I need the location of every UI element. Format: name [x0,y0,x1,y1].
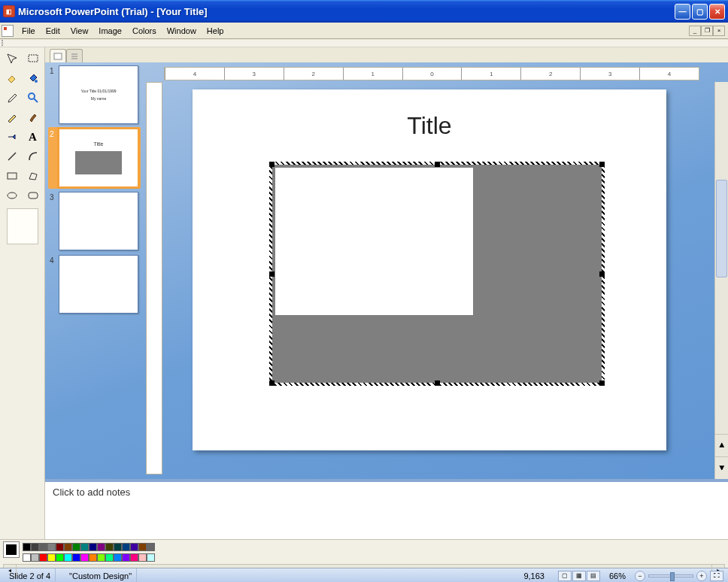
color-swatch[interactable] [23,543,31,551]
polygon-tool-icon[interactable] [24,168,42,184]
vertical-scrollbar[interactable]: ⯅ ⯆ [714,82,728,479]
color-swatch[interactable] [47,543,56,551]
ruler-mark: 3 [224,68,284,80]
resize-handle-nw[interactable] [269,162,275,167]
zoom-slider[interactable] [648,574,693,577]
zoom-slider-knob[interactable] [670,572,675,581]
color-swatch[interactable] [138,543,147,551]
color-swatch[interactable] [97,553,105,562]
notes-pane[interactable]: Click to add notes [45,479,728,539]
color-swatch[interactable] [39,553,47,562]
color-swatch[interactable] [122,543,130,551]
menu-help[interactable]: Help [202,25,229,37]
thumbnail-3[interactable]: 3 [50,192,139,250]
color-swatch[interactable] [130,553,138,562]
curve-tool-icon[interactable] [24,148,42,165]
fill-tool-icon[interactable] [24,70,42,86]
menu-image[interactable]: Image [93,25,127,37]
color-swatch[interactable] [64,553,72,562]
color-swatch[interactable] [72,553,80,562]
mdi-restore-button[interactable]: ❐ [701,26,713,36]
thumbnail-4[interactable]: 4 [50,255,139,314]
scrollbar-thumb[interactable] [716,180,727,277]
rounded-rect-tool-icon[interactable] [24,187,42,204]
color-swatch[interactable] [80,543,89,551]
svg-rect-5 [8,173,17,179]
color-swatch[interactable] [31,553,39,562]
color-swatch[interactable] [105,553,114,562]
color-swatch[interactable] [114,543,122,551]
color-swatch[interactable] [64,543,72,551]
eyedropper-tool-icon[interactable] [3,89,21,106]
menu-colors[interactable]: Colors [127,25,162,37]
color-swatch[interactable] [72,543,80,551]
thumbnail-number: 4 [50,255,56,314]
fit-view-button[interactable]: ⛶ [710,571,723,581]
resize-handle-n[interactable] [435,162,440,167]
color-swatch[interactable] [89,553,97,562]
ellipse-tool-icon[interactable] [3,187,21,204]
color-swatch[interactable] [97,543,105,551]
zoom-out-button[interactable]: − [635,571,645,581]
eraser-tool-icon[interactable] [3,70,21,86]
color-swatch[interactable] [147,553,155,562]
resize-handle-sw[interactable] [269,380,275,386]
color-swatch[interactable] [147,543,155,551]
slideshow-view-button[interactable]: ▤ [587,571,600,581]
menu-edit[interactable]: Edit [41,25,65,37]
thumbnail-1[interactable]: 1 Your Title 01/01/1999My name [50,65,139,124]
color-swatch[interactable] [56,553,64,562]
color-swatch[interactable] [130,543,138,551]
current-colors-swatch[interactable] [3,541,20,558]
color-swatch[interactable] [114,553,122,562]
slide-canvas[interactable]: Title [162,82,714,479]
color-swatch[interactable] [47,553,56,562]
marquee-tool-icon[interactable] [24,50,42,67]
normal-view-button[interactable]: ▢ [558,571,572,581]
slide-title[interactable]: Title [193,112,666,140]
color-swatch[interactable] [56,543,64,551]
color-swatch[interactable] [23,553,31,562]
mdi-minimize-button[interactable]: _ [689,26,701,36]
maximize-button[interactable]: ▢ [692,4,708,20]
color-swatch[interactable] [122,553,130,562]
resize-handle-s[interactable] [435,380,440,386]
color-swatch[interactable] [80,553,89,562]
color-swatch[interactable] [138,553,147,562]
menu-window[interactable]: Window [162,25,202,37]
thumbnail-2[interactable]: 2 Title [48,127,141,189]
resize-handle-ne[interactable] [599,162,605,167]
content-placeholder[interactable] [269,162,605,386]
status-slide-number: Slide 2 of 4 [5,568,56,582]
sorter-view-button[interactable]: ▦ [572,571,586,581]
brush-tool-icon[interactable] [24,109,42,126]
resize-handle-e[interactable] [599,271,605,277]
menu-file[interactable]: File [17,25,41,37]
airbrush-tool-icon[interactable] [3,129,21,145]
pencil-tool-icon[interactable] [3,109,21,126]
resize-handle-se[interactable] [599,380,605,386]
resize-handle-w[interactable] [269,271,275,277]
prev-slide-button[interactable]: ⯅ [715,434,728,456]
document-icon[interactable] [2,25,14,37]
slide[interactable]: Title [193,89,666,450]
tab-slides-icon[interactable] [50,49,66,62]
zoom-tool-icon[interactable] [24,89,42,106]
color-swatch[interactable] [39,543,47,551]
rectangle-tool-icon[interactable] [3,168,21,184]
tab-outline-icon[interactable] [66,49,83,62]
close-button[interactable]: ✕ [709,4,725,20]
line-tool-icon[interactable] [3,148,21,165]
color-swatch[interactable] [31,543,39,551]
color-swatch[interactable] [105,543,114,551]
menu-view[interactable]: View [65,25,94,37]
text-tool-icon[interactable]: A [24,129,42,145]
status-design-name: "Custom Design" [65,568,137,582]
mdi-close-button[interactable]: × [713,26,725,36]
image-object[interactable] [275,168,473,315]
next-slide-button[interactable]: ⯆ [715,456,728,479]
select-tool-icon[interactable] [3,50,21,67]
minimize-button[interactable]: — [675,4,690,20]
color-swatch[interactable] [89,543,97,551]
zoom-in-button[interactable]: + [696,571,707,581]
